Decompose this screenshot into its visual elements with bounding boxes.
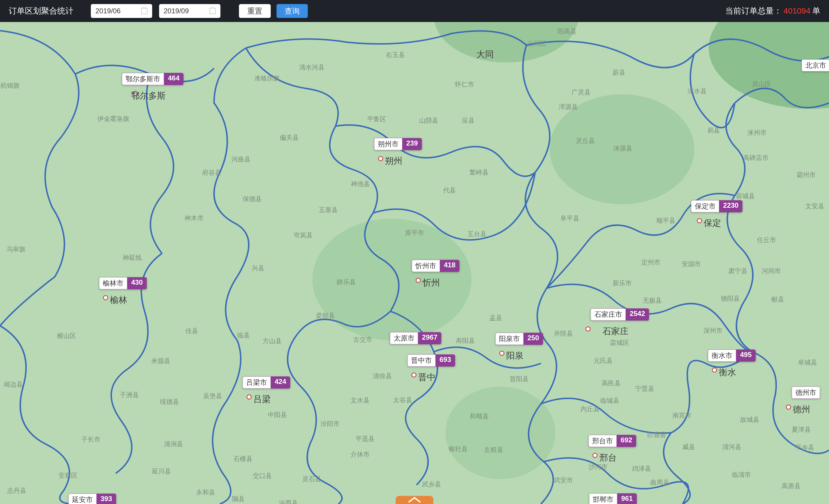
city-marker[interactable]: 延安市393 [68, 494, 116, 504]
city-dot-icon [592, 453, 598, 458]
marker-count-badge: 693 [435, 354, 455, 367]
city-marker[interactable]: 晋中市693 [407, 354, 455, 367]
date-from-input[interactable] [91, 4, 152, 18]
marker-count-badge: 393 [96, 494, 116, 504]
calendar-icon [209, 8, 216, 14]
marker-name: 石家庄市 [591, 309, 626, 321]
marker-name: 榆林市 [99, 277, 127, 289]
city-dot-icon [697, 218, 702, 223]
total-suffix: 单 [812, 5, 820, 16]
marker-name: 北京市 [801, 59, 829, 71]
marker-count-badge: 430 [127, 277, 147, 289]
marker-count-badge: 495 [736, 350, 756, 362]
marker-name: 邯郸市 [589, 493, 617, 504]
city-marker[interactable]: 忻州市418 [411, 260, 459, 272]
toolbar: 订单区划聚合统计 重置 查询 当前订单总量： 401094 单 [0, 0, 829, 22]
marker-name: 阳泉市 [495, 333, 523, 345]
marker-count-badge: 961 [617, 493, 637, 504]
reset-button[interactable]: 重置 [239, 4, 271, 18]
marker-name: 晋中市 [407, 354, 435, 367]
chevron-up-icon [396, 496, 433, 504]
city-marker[interactable]: 邢台市692 [588, 435, 636, 447]
city-marker[interactable]: 北京市 [801, 59, 829, 71]
marker-name: 衡水市 [708, 350, 736, 362]
marker-count-badge: 424 [271, 376, 290, 389]
marker-name: 德州市 [792, 387, 820, 399]
city-dot-icon [103, 295, 108, 300]
city-marker[interactable]: 阳泉市250 [495, 333, 543, 345]
city-dot-icon [246, 394, 252, 400]
city-marker[interactable]: 朔州市239 [374, 138, 422, 150]
city-marker[interactable]: 德州市 [792, 387, 820, 399]
marker-name: 吕梁市 [242, 376, 271, 389]
marker-name: 邢台市 [588, 435, 616, 447]
city-dot-icon [786, 404, 791, 410]
city-marker[interactable]: 石家庄市2542 [591, 309, 649, 321]
page-title: 订单区划聚合统计 [9, 5, 73, 16]
date-to-input[interactable] [159, 4, 220, 18]
marker-count-badge: 692 [616, 435, 636, 447]
city-marker[interactable]: 邯郸市961 [589, 493, 637, 504]
city-dot-icon [416, 278, 421, 283]
city-dot-icon [585, 326, 591, 331]
marker-name: 忻州市 [411, 260, 440, 272]
total-display: 当前订单总量： 401094 单 [725, 5, 820, 16]
marker-count-badge: 2542 [626, 309, 649, 321]
marker-name: 延安市 [68, 494, 96, 504]
city-marker[interactable]: 吕梁市424 [242, 376, 290, 389]
date-from-field[interactable] [96, 7, 139, 15]
city-dot-icon [378, 156, 383, 161]
marker-count-badge: 239 [402, 138, 422, 150]
marker-count-badge: 418 [440, 260, 459, 272]
city-marker[interactable]: 保定市2230 [691, 200, 743, 212]
city-marker[interactable]: 鄂尔多斯市464 [122, 73, 183, 85]
city-marker[interactable]: 榆林市430 [99, 277, 147, 289]
city-marker[interactable]: 衡水市495 [708, 350, 756, 362]
city-dot-icon [499, 351, 504, 356]
expand-handle[interactable] [396, 496, 433, 504]
marker-count-badge: 2967 [418, 332, 441, 344]
marker-name: 保定市 [691, 200, 719, 212]
marker-count-badge: 464 [164, 73, 183, 85]
city-dot-icon [712, 367, 717, 373]
marker-name: 太原市 [390, 332, 418, 344]
query-button[interactable]: 查询 [277, 4, 308, 18]
total-prefix: 当前订单总量： [725, 5, 782, 16]
date-to-field[interactable] [164, 7, 207, 15]
city-dot-icon [133, 91, 138, 96]
city-marker[interactable]: 太原市2967 [390, 332, 441, 344]
total-count: 401094 [784, 6, 810, 15]
map-canvas[interactable]: 杭锦旗准格尔旗清水河县右玉县大同云州区阳高县蔚县浑源县灵丘县涞源县涞水县易县涿州… [0, 22, 829, 504]
marker-name: 鄂尔多斯市 [122, 73, 164, 85]
marker-count-badge: 250 [523, 333, 543, 345]
marker-count-badge: 2230 [719, 200, 743, 212]
calendar-icon [141, 8, 147, 14]
marker-name: 朔州市 [374, 138, 402, 150]
city-dot-icon [411, 372, 417, 377]
